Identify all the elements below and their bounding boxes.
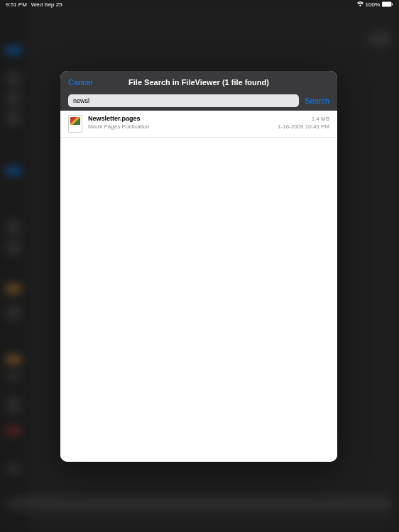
- cancel-button[interactable]: Cancel: [68, 78, 92, 87]
- search-button[interactable]: Search: [305, 96, 329, 105]
- battery-pct: 100%: [366, 1, 380, 8]
- results-list: Newsletter.pages 1.4 MB iWork Pages Publ…: [60, 111, 337, 462]
- svg-rect-1: [392, 4, 393, 6]
- search-input[interactable]: [68, 94, 299, 107]
- pages-file-icon: [68, 115, 82, 133]
- modal-header: Cancel File Search in FileViewer (1 file…: [60, 71, 337, 93]
- battery-icon: [382, 1, 393, 7]
- wifi-icon: [357, 1, 364, 8]
- file-date: 1-16-2009 10:43 PM: [278, 123, 329, 130]
- status-date: Wed Sep 25: [31, 1, 62, 8]
- file-size: 1.4 MB: [312, 116, 329, 122]
- result-item[interactable]: Newsletter.pages 1.4 MB iWork Pages Publ…: [60, 111, 337, 138]
- file-name: Newsletter.pages: [88, 115, 141, 122]
- modal-title: File Search in FileViewer (1 file found): [129, 78, 269, 87]
- file-type: iWork Pages Publication: [88, 123, 150, 130]
- svg-rect-0: [382, 1, 391, 6]
- status-bar: 9:51 PM Wed Sep 25 100%: [0, 0, 399, 9]
- file-search-modal: Cancel File Search in FileViewer (1 file…: [60, 71, 337, 462]
- search-row: Search: [60, 93, 337, 111]
- status-time: 9:51 PM: [6, 1, 27, 8]
